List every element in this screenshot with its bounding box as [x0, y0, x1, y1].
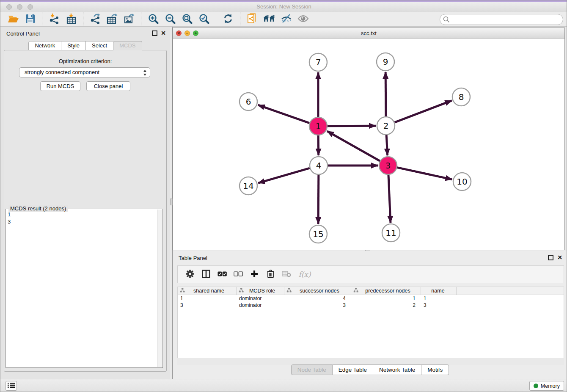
- node-label: 11: [385, 228, 396, 238]
- node-11[interactable]: 11: [382, 224, 400, 242]
- node-6[interactable]: 6: [239, 93, 257, 110]
- edge-4-15[interactable]: [318, 175, 319, 224]
- show-graphics-details-button[interactable]: [296, 13, 310, 26]
- criterion-dropdown[interactable]: strongly connected component: [19, 67, 150, 77]
- hide-graphics-details-button[interactable]: [279, 13, 293, 26]
- node-4[interactable]: 4: [310, 157, 328, 174]
- delete-row-button[interactable]: [264, 268, 277, 281]
- node-8[interactable]: 8: [452, 88, 470, 106]
- column-header-shared-name[interactable]: shared name: [178, 287, 237, 295]
- network-graph-canvas[interactable]: 7968124314101511: [173, 39, 564, 250]
- import-table-button[interactable]: [64, 13, 78, 26]
- node-label: 6: [246, 97, 251, 107]
- table-panel-title: Table Panel: [179, 255, 207, 261]
- edge-1-4[interactable]: [318, 135, 319, 155]
- export-image-button[interactable]: [122, 13, 136, 26]
- mcds-result-scrollbar[interactable]: [157, 210, 162, 367]
- float-panel-icon[interactable]: [152, 30, 157, 36]
- network-view-frame: ✕ − + scc.txt 7968124314101511: [173, 28, 565, 250]
- node-7[interactable]: 7: [309, 53, 327, 71]
- node-10[interactable]: 10: [453, 173, 471, 190]
- tab-node-table[interactable]: Node Table: [291, 364, 333, 375]
- network-frame-title: scc.txt: [173, 30, 564, 36]
- zoom-selected-button[interactable]: [197, 13, 211, 26]
- edge-1-2[interactable]: [328, 126, 376, 126]
- node-14[interactable]: 14: [239, 177, 257, 195]
- clear-selection-button[interactable]: [232, 268, 245, 281]
- mcds-result-line: 1: [8, 211, 157, 218]
- edge-2-8[interactable]: [395, 101, 452, 123]
- task-history-button[interactable]: [6, 381, 17, 391]
- close-panel-button[interactable]: Close panel: [86, 81, 130, 91]
- select-all-button[interactable]: [216, 268, 228, 281]
- edge-4-14[interactable]: [258, 168, 310, 183]
- node-2[interactable]: 2: [377, 117, 395, 135]
- table-cell[interactable]: 3: [421, 302, 457, 309]
- table-cell[interactable]: dominator: [237, 295, 284, 302]
- import-network-button[interactable]: [47, 13, 61, 26]
- table-cell[interactable]: 4: [284, 295, 351, 302]
- function-builder-button[interactable]: f(x): [296, 268, 313, 281]
- column-header-name[interactable]: name: [421, 287, 457, 295]
- open-file-button[interactable]: [6, 13, 20, 26]
- zoom-fit-button[interactable]: [180, 13, 194, 26]
- edge-1-6[interactable]: [258, 105, 310, 123]
- tree-sort-icon: [180, 288, 185, 294]
- column-header-predecessor-nodes[interactable]: predecessor nodes: [351, 287, 421, 295]
- column-header-successor-nodes[interactable]: successor nodes: [284, 287, 351, 295]
- edge-3-10[interactable]: [397, 168, 452, 179]
- tab-select[interactable]: Select: [86, 41, 113, 50]
- table-cell[interactable]: 1: [178, 295, 237, 302]
- memory-button[interactable]: Memory: [529, 381, 564, 391]
- close-panel-icon[interactable]: ✕: [161, 30, 166, 36]
- node-15[interactable]: 15: [309, 225, 327, 243]
- table-row[interactable]: 1dominator411: [178, 295, 564, 302]
- import-network-icon: [49, 13, 60, 25]
- save-session-button[interactable]: [23, 13, 37, 26]
- add-row-button[interactable]: [248, 268, 261, 281]
- refresh-button[interactable]: [221, 13, 235, 26]
- export-network-icon: [90, 13, 101, 25]
- zoom-in-button[interactable]: [146, 13, 160, 26]
- node-3[interactable]: 3: [379, 157, 397, 174]
- close-table-panel-icon[interactable]: ✕: [557, 254, 562, 261]
- float-table-panel-icon[interactable]: [548, 255, 553, 260]
- export-table-button[interactable]: [105, 13, 119, 26]
- node-1[interactable]: 1: [309, 117, 327, 135]
- table-cell[interactable]: 1: [351, 295, 421, 302]
- edge-3-11[interactable]: [388, 175, 391, 223]
- clone-network-icon: [247, 13, 257, 26]
- edge-2-3[interactable]: [386, 135, 388, 155]
- node-table-header-row: shared nameMCDS rolesuccessor nodesprede…: [178, 287, 564, 295]
- tab-motifs[interactable]: Motifs: [421, 364, 449, 375]
- table-cell[interactable]: dominator: [237, 302, 284, 309]
- run-mcds-button[interactable]: Run MCDS: [40, 81, 80, 91]
- export-network-button[interactable]: [88, 13, 102, 26]
- tab-network-table[interactable]: Network Table: [373, 364, 421, 375]
- table-row[interactable]: 3dominator323: [178, 302, 564, 309]
- home-button[interactable]: [262, 13, 276, 26]
- zoom-out-button[interactable]: [163, 13, 177, 26]
- column-header-MCDS-role[interactable]: MCDS role: [237, 287, 284, 295]
- table-cell[interactable]: 3: [284, 302, 351, 309]
- tab-mcds[interactable]: MCDS: [113, 41, 142, 50]
- table-cell[interactable]: 2: [351, 302, 421, 309]
- search-input[interactable]: [440, 14, 563, 25]
- table-options-button[interactable]: [184, 268, 196, 281]
- toolbar-separator: [216, 12, 216, 27]
- memory-status-icon: [534, 384, 538, 388]
- table-cell[interactable]: 1: [421, 295, 457, 302]
- edge-2-9[interactable]: [385, 72, 386, 116]
- show-column-button[interactable]: [200, 268, 212, 281]
- edge-3-1[interactable]: [327, 131, 380, 161]
- tree-sort-icon: [239, 288, 244, 294]
- node-table-body: 1dominator4113dominator323: [178, 295, 564, 309]
- tab-edge-table[interactable]: Edge Table: [333, 364, 373, 375]
- table-panel-tabs: Node TableEdge TableNetwork TableMotifs: [173, 364, 567, 375]
- clone-network-button[interactable]: [245, 13, 259, 26]
- delete-table-button[interactable]: [280, 268, 293, 281]
- tab-network[interactable]: Network: [28, 41, 61, 50]
- tab-style[interactable]: Style: [61, 41, 86, 50]
- node-9[interactable]: 9: [377, 53, 394, 71]
- table-cell[interactable]: 3: [178, 302, 237, 309]
